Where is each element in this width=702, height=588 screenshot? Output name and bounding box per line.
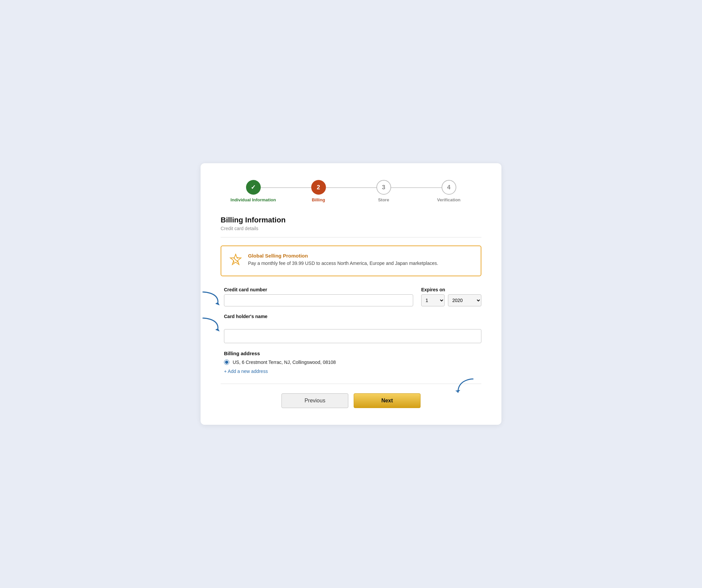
expires-row: 1234 5678 9101112 2020202120222023 20242… (421, 294, 481, 306)
divider-2 (221, 384, 481, 384)
year-select[interactable]: 2020202120222023 20242025202620272028 (448, 294, 481, 306)
step-2: 2 Billing (286, 180, 351, 202)
step-2-circle: 2 (311, 180, 326, 195)
promo-icon (229, 254, 242, 269)
step-4: 4 Verification (416, 180, 481, 202)
step-3-circle: 3 (376, 180, 391, 195)
main-card: ✓ Individual Information 2 Billing 3 Sto… (201, 163, 501, 425)
svg-marker-5 (215, 328, 220, 331)
section-title: Billing Information (221, 216, 481, 224)
section-subtitle: Credit card details (221, 226, 481, 231)
previous-button[interactable]: Previous (281, 393, 348, 408)
svg-marker-4 (215, 302, 220, 305)
svg-marker-6 (455, 390, 460, 392)
promo-desc: Pay a monthly fee of 39.99 USD to access… (248, 260, 438, 267)
arrow-cardholder-icon (201, 316, 221, 333)
address-option: US, 6 Crestmont Terrac, NJ, Collingswood… (224, 360, 481, 365)
step-4-label: Verification (437, 197, 460, 202)
address-radio[interactable] (224, 360, 229, 365)
step-1: ✓ Individual Information (221, 180, 286, 202)
step-1-circle: ✓ (246, 180, 261, 195)
step-3-label: Store (378, 197, 389, 202)
billing-address-label: Billing address (224, 351, 481, 356)
cardholder-label: Card holder's name (224, 314, 267, 319)
address-text: US, 6 Crestmont Terrac, NJ, Collingswood… (233, 360, 336, 365)
svg-point-3 (237, 257, 238, 259)
svg-marker-0 (230, 254, 241, 265)
credit-card-group: Credit card number (224, 287, 413, 306)
cardholder-input[interactable] (224, 329, 481, 343)
step-4-circle: 4 (442, 180, 456, 195)
promo-box: Global Selling Promotion Pay a monthly f… (221, 246, 481, 276)
form-section: Credit card number Expires on 1234 5678 … (221, 287, 481, 374)
credit-card-label: Credit card number (224, 287, 413, 292)
cardholder-row: Card holder's name (224, 314, 481, 343)
bottom-nav: Previous Next (221, 393, 481, 408)
credit-card-input[interactable] (224, 294, 413, 306)
expires-group: Expires on 1234 5678 9101112 20202021202… (421, 287, 481, 306)
expires-label: Expires on (421, 287, 481, 292)
promo-title: Global Selling Promotion (248, 253, 438, 259)
svg-point-2 (233, 261, 234, 263)
credit-card-row: Credit card number Expires on 1234 5678 … (224, 287, 481, 306)
arrow-next-icon (451, 377, 475, 396)
step-2-label: Billing (312, 197, 325, 202)
divider-1 (221, 237, 481, 237)
arrow-card-icon (201, 290, 221, 307)
stepper: ✓ Individual Information 2 Billing 3 Sto… (221, 180, 481, 202)
add-address-link[interactable]: + Add a new address (224, 369, 268, 374)
billing-address-section: Billing address US, 6 Crestmont Terrac, … (224, 351, 481, 374)
month-select[interactable]: 1234 5678 9101112 (421, 294, 445, 306)
next-button[interactable]: Next (354, 393, 421, 408)
step-1-label: Individual Information (231, 197, 276, 202)
promo-content: Global Selling Promotion Pay a monthly f… (248, 253, 438, 267)
step-3: 3 Store (351, 180, 416, 202)
